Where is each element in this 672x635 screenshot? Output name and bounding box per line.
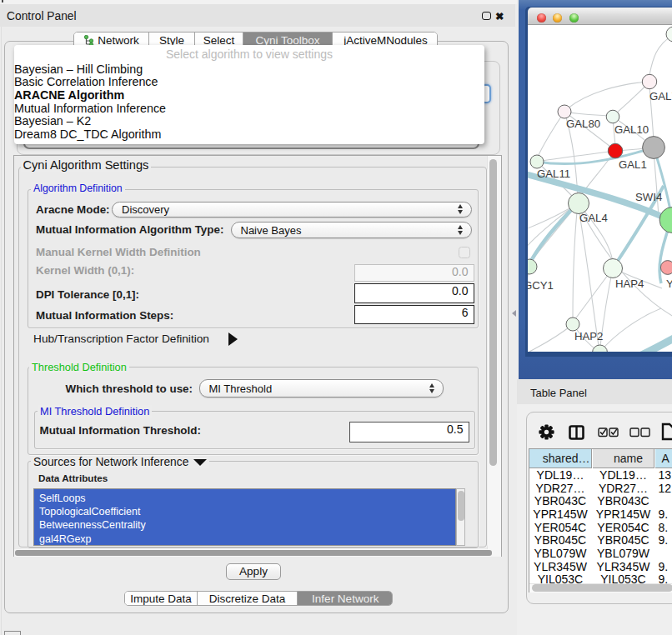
svg-text:GAL1: GAL1: [619, 158, 647, 171]
svg-text:HAP4: HAP4: [615, 278, 644, 290]
svg-text:GAL11: GAL11: [537, 168, 570, 180]
svg-text:SWI4: SWI4: [635, 191, 662, 203]
svg-text:GAL80: GAL80: [566, 118, 600, 130]
svg-text:GAL10: GAL10: [614, 123, 649, 136]
svg-text:GAL7: GAL7: [649, 90, 672, 102]
svg-text:YL: YL: [666, 278, 672, 290]
svg-text:GAL4: GAL4: [579, 212, 608, 224]
svg-text:GCY1: GCY1: [528, 279, 554, 292]
svg-text:HAP2: HAP2: [574, 330, 603, 342]
